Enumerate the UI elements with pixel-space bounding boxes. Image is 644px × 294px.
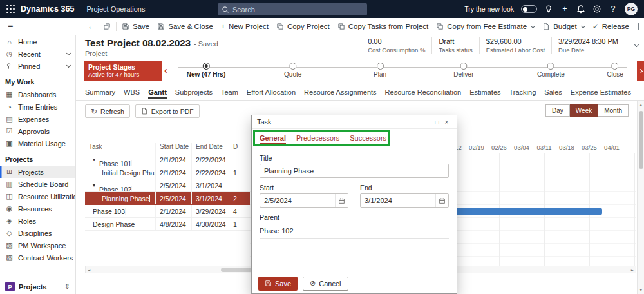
dialog-tab-general[interactable]: General [260, 134, 286, 144]
gear-icon[interactable] [592, 5, 601, 14]
start-date-picker-button[interactable] [335, 194, 348, 207]
collapse-caret-icon[interactable]: ▾ [89, 179, 95, 191]
bell-icon[interactable] [576, 5, 585, 14]
sidebar-item-contract-workers[interactable]: ▨Contract Workers [0, 251, 75, 264]
parent-field-value[interactable]: Phase 102 [260, 223, 449, 239]
column-start-date[interactable]: Start Date [156, 143, 192, 153]
minimize-icon[interactable]: – [422, 119, 432, 126]
collapse-header-chevron[interactable] [634, 43, 639, 47]
tab-estimates[interactable]: Estimates [469, 86, 500, 99]
stage-deliver[interactable]: Deliver [453, 61, 473, 78]
app-area-label[interactable]: Project Operations [86, 5, 145, 13]
column-end-date[interactable]: End Date [192, 143, 229, 153]
title-field-input[interactable] [260, 164, 449, 178]
dialog-titlebar[interactable]: Task – □ × [252, 115, 457, 129]
close-icon[interactable]: × [442, 119, 451, 126]
refresh-button[interactable]: ↻Refresh [85, 104, 130, 118]
new-project-button[interactable]: +New Project [217, 18, 272, 35]
vertical-scroll-thumb[interactable] [639, 111, 643, 169]
sidebar-item-pinned[interactable]: Pinned [0, 60, 75, 72]
zoom-week-button[interactable]: Week [570, 104, 598, 117]
table-row[interactable]: Design Phase 4/8/2024 4/30/2024 1 [85, 218, 250, 231]
sidebar-item-projects[interactable]: ⊞Projects [0, 166, 75, 178]
sidebar-item-schedule-board[interactable]: ▥Schedule Board [0, 178, 75, 190]
column-task[interactable]: Task [85, 143, 156, 153]
zoom-day-button[interactable]: Day [545, 104, 570, 117]
popout-button[interactable] [99, 18, 115, 35]
avatar[interactable]: PG [625, 3, 638, 15]
tab-expense-estimates[interactable]: Expense Estimates [571, 86, 631, 99]
sidebar-item-expenses[interactable]: ▤Expenses [0, 113, 75, 125]
export-pdf-button[interactable]: Export to PDF [135, 104, 200, 118]
process-next-stage-button[interactable] [637, 61, 644, 81]
sidebar-item-dashboards[interactable]: ▦Dashboards [0, 88, 75, 101]
dialog-tab-successors[interactable]: Successors [350, 134, 386, 144]
save-and-close-button[interactable]: Save & Close [153, 18, 217, 35]
dialog-save-button[interactable]: Save [258, 277, 298, 291]
sidebar-item-pm-workspace[interactable]: ▧PM Workspace [0, 239, 75, 251]
sidebar-item-resources[interactable]: ◉Resources [0, 202, 75, 215]
scroll-up-icon[interactable]: ▲ [639, 103, 643, 107]
area-switcher[interactable]: P Projects ⇕ [0, 279, 75, 294]
collapse-caret-icon[interactable]: ▾ [89, 153, 95, 166]
tab-team[interactable]: Team [221, 86, 238, 99]
tab-resource-reconciliation[interactable]: Resource Reconciliation [385, 86, 462, 99]
stage-complete[interactable]: Complete [537, 61, 565, 78]
new-look-toggle[interactable] [521, 5, 537, 13]
table-row[interactable]: ▾Phase 102 2/5/2024 3/1/2024 [85, 179, 250, 192]
help-icon[interactable]: ? [609, 5, 618, 14]
stage-new[interactable]: New (47 Hrs) [187, 61, 226, 78]
budget-button[interactable]: Budget [538, 18, 588, 35]
area-switcher-icon[interactable]: ⇕ [64, 282, 70, 291]
search-input[interactable] [232, 6, 363, 14]
tab-summary[interactable]: Summary [85, 86, 115, 99]
tab-gantt[interactable]: Gantt [148, 86, 167, 99]
sidebar-item-recent[interactable]: ◷Recent [0, 48, 75, 60]
dialog-cancel-button[interactable]: ⊘ Cancel [303, 277, 348, 291]
tab-resource-assignments[interactable]: Resource Assignments [304, 86, 377, 99]
scroll-right-icon[interactable]: ► [630, 268, 634, 272]
save-button[interactable]: Save [118, 18, 153, 35]
vertical-scrollbar[interactable]: ▲ ▼ [637, 101, 644, 294]
release-button[interactable]: ✓Release [589, 18, 633, 35]
back-button[interactable]: ← [84, 18, 99, 35]
sidebar-item-roles[interactable]: ◈Roles [0, 215, 75, 227]
scroll-left-icon[interactable]: ◄ [87, 268, 91, 272]
zoom-month-button[interactable]: Month [598, 104, 629, 117]
table-row-selected[interactable]: Planning Phase 2/5/2024 3/1/2024 2 [85, 192, 250, 205]
dialog-tab-predecessors[interactable]: Predecessors [296, 134, 339, 144]
tab-tracking[interactable]: Tracking [509, 86, 536, 99]
hamburger-icon[interactable]: ≡ [8, 21, 13, 32]
table-row[interactable]: Phase 103 2/1/2024 3/29/2024 4 [85, 205, 250, 218]
stage-plan[interactable]: Plan [374, 61, 386, 78]
copy-tasks-button[interactable]: Copy Tasks from Project [334, 18, 432, 35]
sidebar-item-resource-utilization[interactable]: ◫Resource Utilization [0, 190, 75, 202]
tab-sales[interactable]: Sales [544, 86, 562, 99]
end-date-picker-button[interactable] [435, 194, 448, 207]
copy-project-button[interactable]: Copy Project [272, 18, 334, 35]
sidebar-item-time-entries[interactable]: ◔Time Entries [0, 101, 75, 113]
copy-from-fee-estimate-button[interactable]: Copy from Fee Estimate [432, 18, 538, 35]
process-stage-box[interactable]: Project Stages Active for 47 hours [84, 61, 162, 81]
stage-close[interactable]: Close [607, 61, 623, 78]
scroll-down-icon[interactable]: ▼ [639, 288, 643, 292]
stage-quote[interactable]: Quote [284, 61, 301, 78]
deactivate-button[interactable]: Deactivate [633, 18, 639, 35]
process-collapse-icon[interactable]: ‹ [164, 65, 167, 75]
table-row[interactable]: ▾Phase 101 2/1/2024 2/22/2024 [85, 153, 250, 166]
waffle-icon[interactable] [6, 5, 15, 14]
sidebar-item-disciplines[interactable]: ◇Disciplines [0, 227, 75, 239]
sidebar-item-material-usage[interactable]: ▣Material Usage [0, 137, 75, 150]
sidebar-item-approvals[interactable]: ☑Approvals [0, 125, 75, 137]
lightbulb-icon[interactable] [544, 5, 553, 14]
tab-effort-allocation[interactable]: Effort Allocation [247, 86, 296, 99]
table-row[interactable]: Initial Design Phase 2/1/2024 2/22/2024 … [85, 166, 250, 179]
tab-wbs[interactable]: WBS [124, 86, 140, 99]
app-brand[interactable]: Dynamics 365 [21, 5, 74, 14]
maximize-icon[interactable]: □ [432, 119, 442, 126]
tab-subprojects[interactable]: Subprojects [175, 86, 213, 99]
plus-icon[interactable]: + [560, 5, 569, 14]
global-search[interactable] [218, 3, 367, 15]
sidebar-item-home[interactable]: ⌂Home [0, 35, 75, 48]
column-duration[interactable]: D [229, 143, 250, 153]
